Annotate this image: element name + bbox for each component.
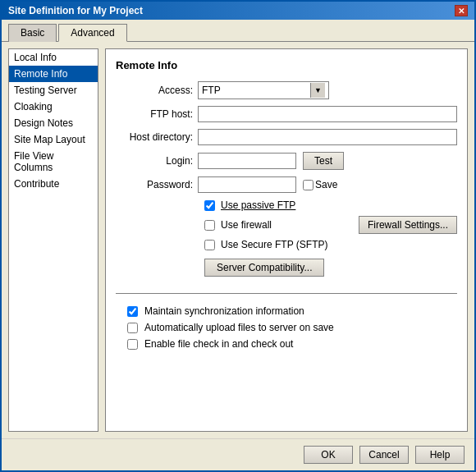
- test-button[interactable]: Test: [303, 152, 344, 170]
- save-checkbox[interactable]: [303, 180, 314, 190]
- sidebar: Local Info Remote Info Testing Server Cl…: [8, 48, 98, 432]
- sidebar-item-file-view-columns[interactable]: File View Columns: [9, 148, 98, 176]
- login-row: Login: Test: [116, 152, 457, 170]
- auto-upload-label: Automatically upload files to server on …: [144, 322, 334, 333]
- login-label: Login:: [116, 155, 198, 167]
- access-value: FTP: [202, 85, 310, 96]
- section-title: Remote Info: [116, 59, 457, 71]
- help-button[interactable]: Help: [415, 446, 465, 464]
- sidebar-item-site-map-layout[interactable]: Site Map Layout: [9, 131, 98, 148]
- footer: OK Cancel Help: [2, 438, 474, 470]
- ftp-host-input[interactable]: [198, 106, 457, 122]
- dropdown-arrow-icon: ▼: [310, 83, 325, 98]
- main-panel: Remote Info Access: FTP ▼ FTP host: Host…: [105, 48, 468, 432]
- tab-basic[interactable]: Basic: [8, 24, 57, 42]
- sidebar-item-contribute[interactable]: Contribute: [9, 176, 98, 192]
- passive-ftp-row: Use passive FTP: [116, 199, 457, 211]
- use-passive-ftp-checkbox[interactable]: [204, 200, 215, 211]
- auto-upload-row: Automatically upload files to server on …: [116, 322, 457, 333]
- use-secure-ftp-checkbox[interactable]: [204, 240, 215, 250]
- use-secure-ftp-label: Use Secure FTP (SFTP): [221, 239, 327, 250]
- sidebar-item-testing-server[interactable]: Testing Server: [9, 82, 98, 99]
- ok-button[interactable]: OK: [304, 446, 353, 464]
- ftp-host-row: FTP host:: [116, 106, 457, 122]
- use-passive-ftp-label: Use passive FTP: [221, 199, 295, 211]
- cancel-button[interactable]: Cancel: [359, 446, 409, 464]
- file-check-label: Enable file check in and check out: [144, 338, 293, 350]
- file-check-checkbox[interactable]: [127, 339, 138, 350]
- access-dropdown[interactable]: FTP ▼: [198, 81, 329, 99]
- password-input[interactable]: [198, 176, 296, 193]
- maintain-sync-row: Maintain synchronization information: [116, 305, 457, 317]
- tab-advanced[interactable]: Advanced: [58, 24, 126, 42]
- password-label: Password:: [116, 179, 198, 190]
- host-directory-row: Host directory:: [116, 129, 457, 145]
- access-row: Access: FTP ▼: [116, 81, 457, 99]
- use-firewall-label: Use firewall: [221, 219, 272, 231]
- save-label: Save: [315, 179, 337, 190]
- firewall-row: Use firewall Firewall Settings...: [116, 216, 457, 234]
- host-directory-input[interactable]: [198, 129, 457, 145]
- sidebar-item-local-info[interactable]: Local Info: [9, 49, 98, 66]
- maintain-sync-checkbox[interactable]: [127, 306, 138, 317]
- sidebar-item-remote-info[interactable]: Remote Info: [9, 66, 98, 82]
- tabs-bar: Basic Advanced: [2, 20, 474, 42]
- firewall-settings-button[interactable]: Firewall Settings...: [359, 216, 457, 234]
- maintain-sync-label: Maintain synchronization information: [144, 305, 304, 317]
- bottom-checkboxes: Maintain synchronization information Aut…: [116, 305, 457, 355]
- access-label: Access:: [116, 85, 198, 96]
- content-area: Local Info Remote Info Testing Server Cl…: [2, 42, 474, 438]
- auto-upload-checkbox[interactable]: [127, 323, 138, 333]
- use-firewall-checkbox[interactable]: [204, 220, 215, 231]
- ftp-host-label: FTP host:: [116, 108, 198, 120]
- main-window: Site Definition for My Project ✕ Basic A…: [0, 0, 476, 472]
- title-bar: Site Definition for My Project ✕: [2, 2, 474, 20]
- host-directory-label: Host directory:: [116, 131, 198, 143]
- sidebar-item-design-notes[interactable]: Design Notes: [9, 115, 98, 131]
- login-input[interactable]: [198, 153, 296, 169]
- window-title: Site Definition for My Project: [8, 5, 143, 16]
- server-compatibility-button[interactable]: Server Compatibility...: [204, 259, 324, 277]
- separator: [116, 293, 457, 294]
- file-check-row: Enable file check in and check out: [116, 338, 457, 350]
- sidebar-item-cloaking[interactable]: Cloaking: [9, 99, 98, 115]
- close-button[interactable]: ✕: [455, 5, 468, 16]
- secure-ftp-row: Use Secure FTP (SFTP): [116, 239, 457, 250]
- password-row: Password: Save: [116, 176, 457, 193]
